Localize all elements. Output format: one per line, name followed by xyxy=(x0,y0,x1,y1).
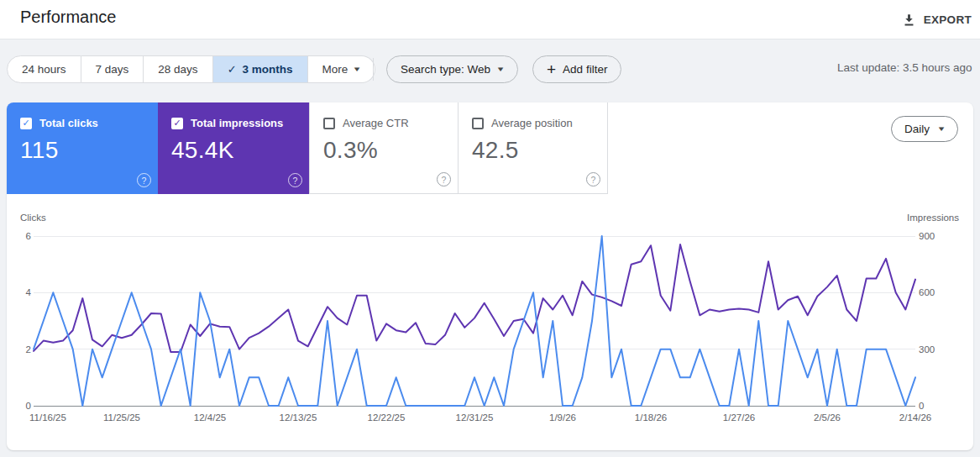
x-axis-label: 12/4/25 xyxy=(173,412,247,423)
right-axis-tick: 0 xyxy=(919,400,956,412)
chevron-down-icon: ▼ xyxy=(936,125,946,133)
page-title: Performance xyxy=(20,8,117,27)
x-axis-label: 2/5/26 xyxy=(790,412,864,423)
date-range-24-hours[interactable]: 24 hours xyxy=(7,55,81,83)
checkbox-checked[interactable]: ✓ xyxy=(171,118,183,129)
metric-tile-header: Average CTR xyxy=(323,117,458,129)
metric-value: 42.5 xyxy=(472,137,607,164)
left-axis-tick: 2 xyxy=(8,344,31,355)
help-icon[interactable]: ? xyxy=(137,173,151,187)
download-icon xyxy=(902,13,916,27)
date-range-more[interactable]: More▼ xyxy=(308,55,376,83)
metric-value: 45.4K xyxy=(171,137,309,164)
right-axis-tick: 900 xyxy=(919,230,956,242)
metric-tile-total-impressions[interactable]: ✓Total impressions45.4K? xyxy=(158,102,309,194)
check-icon: ✓ xyxy=(228,63,237,76)
x-axis-label: 1/18/26 xyxy=(614,412,688,423)
right-axis-tick: 300 xyxy=(919,344,956,355)
metric-label: Total clicks xyxy=(39,117,98,129)
checkbox-unchecked[interactable] xyxy=(323,118,335,129)
metric-tile-header: ✓Total impressions xyxy=(171,117,309,129)
metric-value: 0.3% xyxy=(323,137,458,164)
chevron-down-icon: ▼ xyxy=(495,66,505,73)
x-axis-label: 2/14/26 xyxy=(878,412,952,423)
export-button[interactable]: EXPORT xyxy=(895,7,978,32)
metric-label: Average position xyxy=(491,117,573,129)
x-axis-line xyxy=(34,406,915,407)
help-icon[interactable]: ? xyxy=(288,173,302,187)
metric-label: Total impressions xyxy=(191,117,283,129)
top-header: Performance EXPORT xyxy=(0,0,980,39)
performance-chart-card: ✓Total clicks115?✓Total impressions45.4K… xyxy=(7,102,973,450)
export-label: EXPORT xyxy=(924,13,972,26)
date-range-label: 28 days xyxy=(158,63,197,76)
add-filter-label: Add filter xyxy=(563,63,607,76)
filter-bar: 24 hours7 days28 days✓3 monthsMore▼ Sear… xyxy=(0,39,980,98)
series-line-impressions xyxy=(34,244,915,352)
search-type-label: Search type: Web xyxy=(401,63,490,76)
date-range-group: 24 hours7 days28 days✓3 monthsMore▼ xyxy=(7,55,375,83)
x-axis-label: 12/22/25 xyxy=(349,412,423,423)
chevron-down-icon: ▼ xyxy=(353,66,362,73)
x-axis-label: 11/25/25 xyxy=(85,412,159,423)
search-type-filter[interactable]: Search type: Web ▼ xyxy=(386,55,518,83)
left-axis-tick: 0 xyxy=(8,400,31,412)
date-range-label: 24 hours xyxy=(22,63,66,76)
x-axis-label: 1/9/26 xyxy=(526,412,600,423)
date-range-label: More xyxy=(322,63,349,76)
help-icon[interactable]: ? xyxy=(437,172,451,186)
metric-tiles: ✓Total clicks115?✓Total impressions45.4K… xyxy=(7,102,608,194)
series-line-clicks xyxy=(34,236,915,406)
right-axis-tick: 600 xyxy=(919,286,956,298)
date-range-3-months[interactable]: ✓3 months xyxy=(213,55,308,83)
last-update-text: Last update: 3.5 hours ago xyxy=(837,61,980,74)
granularity-label: Daily xyxy=(904,123,930,135)
metric-tile-header: ✓Total clicks xyxy=(20,117,158,129)
x-axis-label: 12/31/25 xyxy=(438,412,511,423)
metric-tile-header: Average position xyxy=(472,117,607,129)
metric-label: Average CTR xyxy=(343,117,409,129)
filter-divider xyxy=(373,58,374,81)
date-range-label: 7 days xyxy=(96,63,129,76)
add-filter-button[interactable]: + Add filter xyxy=(532,55,621,83)
date-range-label: 3 months xyxy=(243,63,293,76)
plus-icon: + xyxy=(547,61,556,77)
metric-tile-average-ctr[interactable]: Average CTR0.3%? xyxy=(309,102,459,194)
checkbox-checked[interactable]: ✓ xyxy=(20,118,32,129)
help-icon[interactable]: ? xyxy=(586,172,600,186)
x-axis-label: 1/27/26 xyxy=(702,412,776,423)
line-chart-plot-area[interactable] xyxy=(34,236,915,406)
left-axis-title: Clicks xyxy=(20,213,46,223)
metric-tile-average-position[interactable]: Average position42.5? xyxy=(459,102,608,194)
left-axis-tick: 4 xyxy=(8,286,31,298)
checkbox-unchecked[interactable] xyxy=(472,118,484,129)
x-axis-label: 12/13/25 xyxy=(261,412,335,423)
right-axis-title: Impressions xyxy=(907,213,959,223)
metric-value: 115 xyxy=(20,137,158,164)
granularity-dropdown[interactable]: Daily ▼ xyxy=(891,116,958,142)
metric-tile-total-clicks[interactable]: ✓Total clicks115? xyxy=(7,102,158,194)
left-axis-tick: 6 xyxy=(8,230,31,242)
date-range-7-days[interactable]: 7 days xyxy=(81,55,144,83)
date-range-28-days[interactable]: 28 days xyxy=(144,55,212,83)
